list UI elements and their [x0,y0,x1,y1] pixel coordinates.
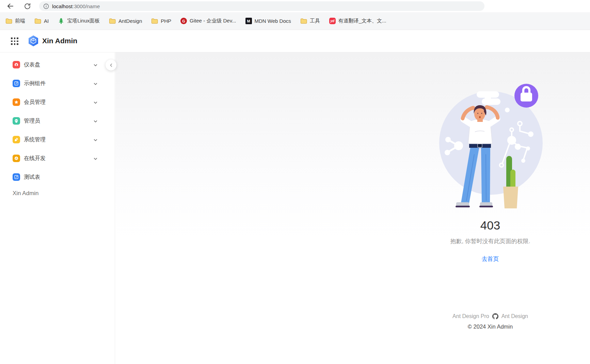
bookmark-folder-antdesign[interactable]: AntDesign [109,18,142,24]
error-message: 抱歉, 你暂时没有此页面的权限. [371,237,590,245]
mdn-icon: M [245,18,252,24]
bookmarks-bar: 前端 AI 宝塔Linux面板 AntDesign PHP G Gitee - … [0,12,590,30]
star-icon [13,98,20,106]
sidebar-item-dashboard[interactable]: 仪表盘 [3,57,109,72]
sidebar-item-admins[interactable]: 管理员 [3,113,109,128]
bookmark-label: 宝塔Linux面板 [67,18,100,24]
bookmark-folder-ai[interactable]: AI [34,18,49,24]
dev-circle-icon [13,155,20,162]
browser-toolbar: localhost:3000/name [0,0,590,12]
chevron-down-icon [93,81,98,88]
bookmark-label: AntDesign [118,18,142,24]
github-icon[interactable] [492,313,498,319]
main-content: 403 抱歉, 你暂时没有此页面的权限. 去首页 Ant Design Pro … [115,52,590,364]
bookmark-mdn[interactable]: M MDN Web Docs [245,18,291,24]
brush-icon [13,136,20,143]
sidebar-item-system[interactable]: 系统管理 [3,132,109,147]
chevron-down-icon [93,119,98,125]
footer-copyright: © 2024 Xin Admin [371,323,590,330]
sidebar-item-label: 仪表盘 [24,61,40,68]
back-button[interactable] [5,1,15,11]
gitee-icon: G [180,18,187,24]
sidebar-item-label: 测试表 [24,174,40,181]
back-arrow-icon [6,2,14,10]
bookmark-gitee[interactable]: G Gitee - 企业级 Dev... [180,18,236,24]
chevron-down-icon [93,100,98,106]
sidebar-item-label: 在线开发 [24,155,46,162]
reload-icon [24,3,31,10]
browser-window: localhost:3000/name 前端 AI 宝塔Linux面板 AntD… [0,0,590,364]
hexagon-logo-icon [27,35,39,47]
sidebar-item-examples[interactable]: 示例组件 [3,76,109,91]
chevron-left-icon [109,63,113,67]
error-code: 403 [371,219,590,232]
bookmark-baota[interactable]: 宝塔Linux面板 [58,18,100,24]
folder-icon [109,18,116,24]
edit-square-icon [13,173,20,181]
chevron-down-icon [93,156,98,162]
sidebar-footer-brand: Xin Admin [13,190,39,197]
url-text[interactable]: localhost:3000/name [52,3,100,9]
folder-icon [300,18,307,24]
bookmark-label: AI [44,18,49,24]
page-info-icon[interactable] [43,3,49,9]
bookmark-label: PHP [161,18,171,24]
app-header [0,30,590,52]
youdao-icon: yd [329,18,336,24]
url-bar[interactable]: localhost:3000/name [39,1,484,11]
folder-icon [5,18,12,24]
dashboard-icon [13,61,20,68]
bookmark-label: Gitee - 企业级 Dev... [190,18,236,24]
bookmark-label: 有道翻译_文本、文... [338,18,386,24]
footer-link-ant-design-pro[interactable]: Ant Design Pro [452,313,489,319]
sidebar-collapse-button[interactable] [106,60,116,70]
page-footer-links: Ant Design Pro Ant Design [371,313,590,319]
sidebar-item-label: 示例组件 [24,80,46,87]
reload-button[interactable] [22,1,32,11]
footer-link-ant-design[interactable]: Ant Design [501,313,528,319]
bookmark-label: 前端 [15,18,25,24]
folder-icon [151,18,158,24]
baota-pagoda-icon [58,18,64,24]
sidebar-item-label: 会员管理 [24,99,46,106]
chevron-down-icon [93,138,98,144]
go-home-link[interactable]: 去首页 [482,256,499,262]
apps-grid-icon[interactable] [11,37,18,45]
chevron-down-icon [93,63,98,69]
sidebar-item-testtable[interactable]: 测试表 [3,170,109,185]
edit-square-icon [13,80,20,87]
app-logo[interactable] [27,35,39,48]
folder-icon [34,18,41,24]
bookmark-folder-tools[interactable]: 工具 [300,18,320,24]
403-illustration [433,73,549,211]
sidebar-item-label: 管理员 [24,117,40,125]
sidebar-item-members[interactable]: 会员管理 [3,95,109,110]
bookmark-label: 工具 [310,18,320,24]
bookmark-folder-php[interactable]: PHP [151,18,171,24]
sidebar-menu: 仪表盘 示例组件 会员管理 管理员 [0,52,115,364]
bookmark-label: MDN Web Docs [255,18,291,24]
bookmark-youdao[interactable]: yd 有道翻译_文本、文... [329,18,386,24]
sidebar-item-label: 系统管理 [24,136,46,143]
admin-skull-icon [13,117,20,125]
sidebar-item-dev[interactable]: 在线开发 [3,151,109,166]
bookmark-folder-frontend[interactable]: 前端 [5,18,25,24]
app-title: Xin Admin [42,37,77,45]
